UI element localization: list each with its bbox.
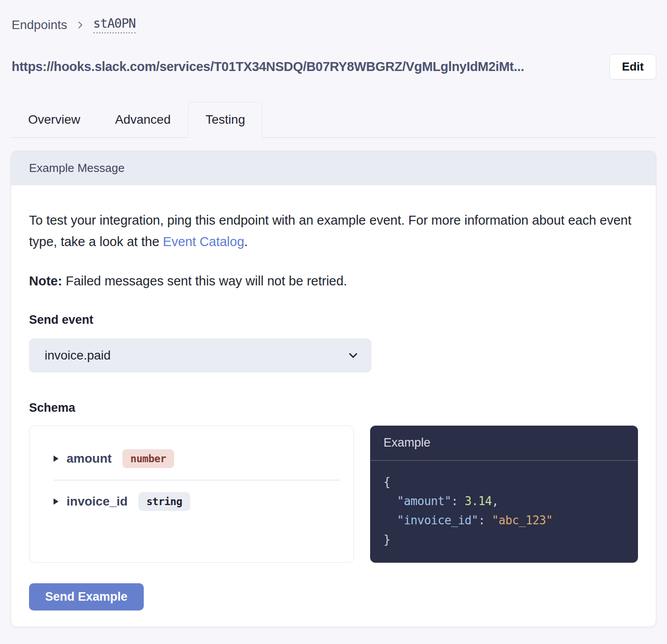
code-token-punct <box>384 494 397 508</box>
code-token-punct: , <box>492 494 498 508</box>
schema-field-list: amountnumberinvoice_idstring <box>29 426 354 563</box>
code-token-key: "amount" <box>397 494 451 508</box>
card-body: To test your integration, ping this endp… <box>11 185 656 627</box>
breadcrumb-endpoint-name[interactable]: stA0PN <box>93 16 136 33</box>
send-event-label: Send event <box>29 313 638 327</box>
code-token-punct: : <box>451 494 465 508</box>
code-token-punct: : <box>478 514 492 527</box>
schema-field-type-badge: number <box>122 449 174 468</box>
tab-testing[interactable]: Testing <box>188 102 263 138</box>
intro-before-link: To test your integration, ping this endp… <box>29 213 631 249</box>
code-line: "amount": 3.14, <box>384 492 625 511</box>
breadcrumb: Endpoints stA0PN <box>11 16 656 33</box>
code-token-punct: } <box>384 533 390 546</box>
example-message-card: Example Message To test your integration… <box>11 151 656 627</box>
endpoint-url-row: https://hooks.slack.com/services/T01TX34… <box>11 54 656 79</box>
code-line: } <box>384 530 625 549</box>
tab-advanced[interactable]: Advanced <box>98 102 188 137</box>
schema-field-name: invoice_id <box>67 494 128 509</box>
schema-field-name: amount <box>67 452 112 466</box>
page: Endpoints stA0PN https://hooks.slack.com… <box>0 0 667 638</box>
schema-field-row[interactable]: amountnumber <box>43 438 340 480</box>
expand-arrow-icon[interactable] <box>54 498 58 505</box>
schema-field-row[interactable]: invoice_idstring <box>43 481 340 523</box>
code-token-key: "invoice_id" <box>397 514 478 527</box>
schema-field-type-badge: string <box>138 492 190 511</box>
card-title: Example Message <box>29 161 125 175</box>
code-token-punct: { <box>384 475 390 489</box>
chevron-down-icon <box>346 349 360 362</box>
endpoint-url: https://hooks.slack.com/services/T01TX34… <box>12 59 524 74</box>
chevron-right-icon <box>75 19 86 31</box>
note-text: Note: Failed messages sent this way will… <box>29 272 638 290</box>
example-panel-title: Example <box>370 426 638 461</box>
code-token-num: 3.14 <box>465 494 492 508</box>
send-event-select[interactable]: invoice.paid <box>29 339 371 372</box>
event-catalog-link[interactable]: Event Catalog <box>163 234 244 249</box>
schema-section: amountnumberinvoice_idstring Example { "… <box>29 426 638 563</box>
breadcrumb-endpoints-link[interactable]: Endpoints <box>12 18 67 32</box>
note-label: Note: <box>29 274 62 288</box>
send-event-select-value: invoice.paid <box>45 348 111 363</box>
code-token-punct <box>384 514 397 527</box>
code-token-str: "abc_123" <box>492 514 552 527</box>
example-panel: Example { "amount": 3.14, "invoice_id": … <box>370 426 638 563</box>
example-code: { "amount": 3.14, "invoice_id": "abc_123… <box>370 461 638 561</box>
card-header: Example Message <box>11 151 656 185</box>
tab-bar: OverviewAdvancedTesting <box>11 102 656 138</box>
code-line: "invoice_id": "abc_123" <box>384 511 625 530</box>
code-line: { <box>384 473 625 492</box>
intro-after-link: . <box>244 234 248 249</box>
intro-text: To test your integration, ping this endp… <box>29 209 638 252</box>
schema-label: Schema <box>29 401 638 415</box>
send-example-button[interactable]: Send Example <box>29 583 144 611</box>
edit-url-button[interactable]: Edit <box>609 54 656 79</box>
expand-arrow-icon[interactable] <box>54 456 58 462</box>
tab-overview[interactable]: Overview <box>11 102 98 137</box>
note-body: Failed messages sent this way will not b… <box>62 274 347 288</box>
